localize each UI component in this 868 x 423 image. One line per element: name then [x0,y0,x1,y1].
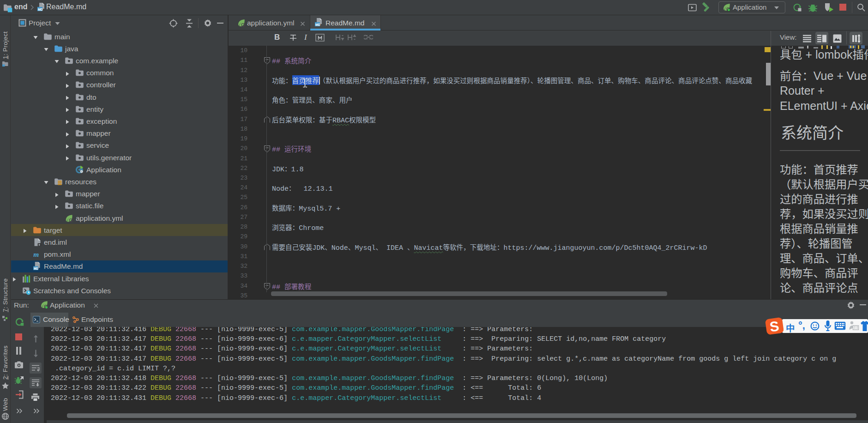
svg-text:m: m [33,250,39,258]
svg-text:MD: MD [38,8,43,11]
svg-text:MD: MD [34,267,38,270]
svg-text:MD: MD [315,23,320,26]
